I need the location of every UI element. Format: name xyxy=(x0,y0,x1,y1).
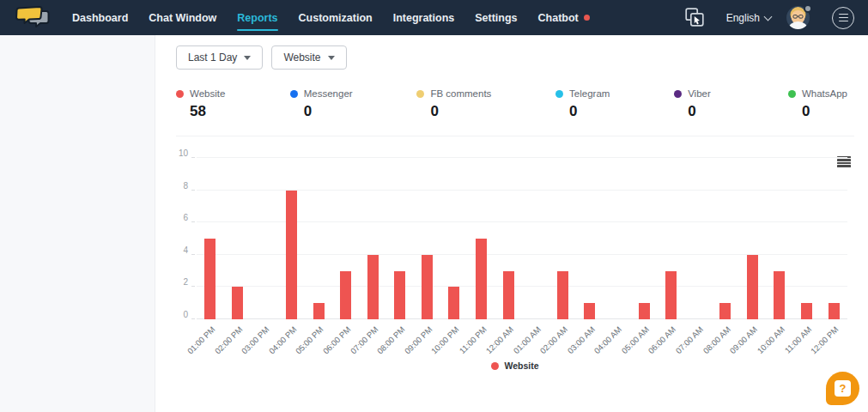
bar xyxy=(204,239,215,319)
bar-slot: 11:00 PM xyxy=(468,158,495,319)
bar-slot: 08:00 AM xyxy=(712,158,739,319)
nav-item-dashboard[interactable]: Dashboard xyxy=(62,0,138,35)
x-axis-label: 05:00 PM xyxy=(294,324,325,356)
period-dropdown[interactable]: Last 1 Day xyxy=(176,45,263,70)
bar xyxy=(394,271,405,319)
stat-messenger: Messenger0 xyxy=(290,88,353,120)
stat-value: 0 xyxy=(569,103,610,120)
x-axis-label: 05:00 AM xyxy=(620,324,651,355)
stat-label: Website xyxy=(190,88,225,99)
bar xyxy=(286,191,297,319)
x-axis-label: 11:00 AM xyxy=(783,324,814,355)
bar-slot: 07:00 AM xyxy=(684,158,712,319)
x-axis-label: 06:00 PM xyxy=(321,324,353,356)
bar-slot: 05:00 AM xyxy=(630,158,658,319)
nav-items: DashboardChat WindowReportsCustomization… xyxy=(62,0,600,35)
y-axis-tick xyxy=(191,157,195,158)
bar xyxy=(232,287,243,319)
language-selector[interactable]: English xyxy=(726,12,771,24)
bar-slot: 09:00 PM xyxy=(414,158,441,319)
stat-header: Messenger xyxy=(290,88,353,99)
top-navigation-bar: DashboardChat WindowReportsCustomization… xyxy=(0,0,868,35)
stat-color-dot xyxy=(674,90,682,98)
channel-dropdown-label: Website xyxy=(283,52,320,64)
x-axis-label: 04:00 PM xyxy=(267,324,299,356)
stat-header: Telegram xyxy=(555,88,610,99)
y-axis-tick xyxy=(191,221,195,222)
caret-down-icon xyxy=(244,56,251,60)
x-axis-label: 07:00 AM xyxy=(674,324,705,355)
x-axis-label: 02:00 AM xyxy=(538,324,569,355)
nav-item-label: Chat Window xyxy=(149,12,216,24)
caret-down-icon xyxy=(328,56,335,60)
chevron-down-icon xyxy=(764,12,773,21)
nav-item-label: Dashboard xyxy=(72,12,128,24)
bar xyxy=(422,255,433,319)
filters-row: Last 1 Day Website xyxy=(176,45,854,70)
help-button[interactable]: ? xyxy=(826,372,859,405)
bar-slot: 01:00 AM xyxy=(522,158,549,319)
nav-item-chatbot[interactable]: Chatbot xyxy=(528,0,600,35)
x-axis-label: 12:00 PM xyxy=(809,324,841,356)
nav-item-label: Reports xyxy=(237,12,277,24)
chat-bubbles-logo-icon xyxy=(14,5,52,30)
nav-item-reports[interactable]: Reports xyxy=(227,0,288,35)
bar-slot: 04:00 PM xyxy=(278,158,306,319)
stat-label: Viber xyxy=(688,88,711,99)
nav-item-chat-window[interactable]: Chat Window xyxy=(138,0,227,35)
bar xyxy=(340,271,351,319)
status-dot xyxy=(804,4,812,13)
bar xyxy=(448,287,459,319)
account-menu-button[interactable] xyxy=(832,7,854,29)
nav-item-label: Chatbot xyxy=(538,12,579,24)
bar-slot: 08:00 PM xyxy=(386,158,414,319)
chart-legend: Website xyxy=(176,360,854,371)
stat-value: 0 xyxy=(802,103,847,120)
nav-right-controls: English xyxy=(685,6,854,29)
bar xyxy=(801,303,812,319)
bar-slot: 12:00 AM xyxy=(495,158,522,319)
x-axis-label: 11:00 PM xyxy=(457,324,488,355)
period-dropdown-label: Last 1 Day xyxy=(188,52,237,64)
bar xyxy=(719,303,731,319)
bar-chart-plot: 024681001:00 PM02:00 PM03:00 PM04:00 PM0… xyxy=(197,158,847,319)
channel-stats-row: Website58Messenger0FB comments0Telegram0… xyxy=(176,88,854,120)
app-logo[interactable] xyxy=(14,5,52,30)
nav-item-integrations[interactable]: Integrations xyxy=(383,0,465,35)
y-axis-label: 6 xyxy=(183,213,188,222)
nav-item-customization[interactable]: Customization xyxy=(288,0,383,35)
y-axis-label: 2 xyxy=(183,277,188,287)
y-axis-tick xyxy=(191,254,195,255)
bar-slot: 03:00 AM xyxy=(576,158,604,319)
x-axis-label: 04:00 AM xyxy=(592,324,623,355)
stat-color-dot xyxy=(176,90,184,98)
stat-header: FB comments xyxy=(416,88,491,99)
bar xyxy=(503,271,514,319)
x-axis-label: 06:00 AM xyxy=(646,324,677,355)
channel-dropdown[interactable]: Website xyxy=(271,45,346,70)
user-avatar[interactable] xyxy=(786,6,810,29)
stat-color-dot xyxy=(290,90,298,98)
stat-telegram: Telegram0 xyxy=(555,88,610,120)
nav-item-label: Customization xyxy=(299,12,373,24)
page-layout: Last 1 Day Website Website58Messenger0FB… xyxy=(0,35,868,412)
x-axis-label: 10:00 PM xyxy=(429,324,461,356)
bar-slot: 02:00 AM xyxy=(549,158,577,319)
y-axis-label: 8 xyxy=(183,180,188,190)
stat-header: WhatsApp xyxy=(788,88,847,99)
bars-container: 01:00 PM02:00 PM03:00 PM04:00 PM05:00 PM… xyxy=(197,158,847,319)
bar-slot: 11:00 AM xyxy=(793,158,821,319)
bar-slot: 03:00 PM xyxy=(251,158,278,319)
bar-slot: 06:00 AM xyxy=(658,158,685,319)
bar-slot: 05:00 PM xyxy=(305,158,332,319)
x-axis-label: 09:00 PM xyxy=(403,324,434,356)
bar xyxy=(367,255,379,319)
stat-value: 0 xyxy=(304,103,353,120)
x-axis-label: 12:00 AM xyxy=(484,324,515,355)
widget-preview-button[interactable] xyxy=(685,8,704,27)
x-axis-label: 02:00 PM xyxy=(213,324,245,356)
bar-slot: 09:00 AM xyxy=(739,158,767,319)
y-axis-tick xyxy=(191,318,195,319)
nav-item-settings[interactable]: Settings xyxy=(464,0,527,35)
bar-slot: 10:00 AM xyxy=(766,158,793,319)
